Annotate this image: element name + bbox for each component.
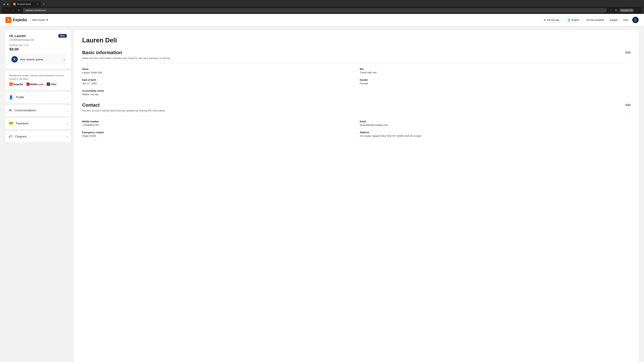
support-link[interactable]: Support (608, 17, 619, 23)
field-dob-value: Jan 17, 1992 (82, 82, 353, 85)
payments-nav-icon: 💳 (9, 121, 13, 126)
field-address: Address 20 Cooper Square New York NY 100… (360, 131, 630, 137)
trips-link[interactable]: Trips (622, 17, 630, 23)
coupons-nav-icon: 🏷 (9, 134, 12, 139)
hotels-text: Hotels.com (30, 83, 44, 86)
sidebar: Hi, Lauren Blue 24ee050e@moodjoy.com One… (5, 30, 71, 362)
reload-button[interactable]: ↻ (17, 8, 21, 12)
field-bio-value: Travel with me! (360, 71, 630, 74)
rewards-icon: K (12, 56, 18, 62)
tier-badge: Blue (58, 34, 67, 38)
brand-vrbo: V Vrbo (47, 82, 56, 86)
payments-nav-label: Payments (16, 122, 29, 125)
tab-favicon: E (13, 3, 16, 5)
communications-nav-left: ✉ Communications (9, 108, 36, 113)
field-name-label: Name (82, 68, 353, 70)
forward-button[interactable]: → (10, 8, 15, 12)
list-property-link[interactable]: List your property (585, 17, 606, 23)
download-icon: ⬇ (544, 18, 546, 21)
field-address-value: 20 Cooper Square New York NY 10003 USA 2… (360, 134, 630, 137)
incognito-badge[interactable]: Incognito (2) (619, 9, 634, 12)
contact-title: Contact (82, 102, 100, 108)
more-travel-label: More travel (32, 18, 45, 21)
field-emergency: Emergency contact Roger Smith (82, 131, 353, 137)
profile-name-heading: Lauren Deli (82, 37, 630, 44)
globe-icon: 🌐 (568, 18, 570, 21)
field-name-value: Lauren Smith Deli (82, 71, 353, 74)
field-email-value: 24ee050e@moodjoy.com (360, 123, 630, 126)
cash-amount: $0.00 (10, 47, 67, 51)
coupons-nav-left: 🏷 Coupons (9, 134, 26, 139)
contact-edit-link[interactable]: Edit (626, 104, 630, 107)
onekey-info-icon[interactable]: i (26, 44, 28, 46)
field-emergency-label: Emergency contact (82, 131, 353, 134)
logo[interactable]: E Expedia (5, 17, 27, 23)
tab-nav-arrows: ◀ ▶ (2, 2, 10, 6)
user-icon: 👤 (634, 18, 637, 22)
profile-nav-item[interactable]: 👤 Profile › (5, 92, 71, 103)
header-right: ⬇ Get the app 🌐 English List your proper… (541, 17, 639, 23)
user-avatar[interactable]: 👤 (632, 17, 639, 23)
field-email-label: Email (360, 120, 630, 123)
communications-chevron-icon: › (66, 109, 68, 112)
menu-button[interactable]: ⋮ (635, 8, 640, 12)
coupons-chevron-icon: › (66, 135, 68, 138)
main-content: Lauren Deli Basic information Edit Make … (74, 30, 639, 362)
onekey-label: OneKeyCash TM i (10, 44, 67, 46)
language-label: English (572, 18, 579, 21)
user-card: Hi, Lauren Blue 24ee050e@moodjoy.com One… (5, 30, 71, 68)
field-mobile-label: Mobile number (82, 120, 353, 123)
basic-info-edit-link[interactable]: Edit (626, 51, 630, 54)
communications-nav-label: Communications (14, 109, 36, 112)
manage-description: Manage your profile, rewards, and prefer… (10, 73, 67, 81)
basic-info-divider (82, 63, 630, 64)
basic-info-header: Basic information Edit (82, 50, 630, 55)
profile-nav-label: Profile (16, 96, 24, 99)
contact-section: Contact Edit Receive account activity al… (82, 102, 630, 137)
basic-info-grid: Name Lauren Smith Deli Bio Travel with m… (82, 68, 630, 96)
main-layout: Hi, Lauren Blue 24ee050e@moodjoy.com One… (0, 26, 644, 362)
contact-info-grid: Mobile number +18588991782 Email 24ee050… (82, 120, 630, 137)
language-button[interactable]: 🌐 English (565, 17, 582, 23)
profile-nav-left: 👤 Profile (9, 95, 24, 99)
tab-next-arrow[interactable]: ▶ (6, 2, 10, 6)
field-gender: Gender Female (360, 79, 630, 85)
rewards-left: K View rewards activity (12, 56, 43, 62)
tab-title: Account home (17, 3, 31, 5)
basic-info-desc: Make sure this information matches your … (82, 57, 630, 59)
contact-divider (82, 116, 630, 116)
tab-bar: ◀ ▶ E Account home ✕ + (2, 1, 642, 7)
tab-close-button[interactable]: ✕ (36, 3, 38, 5)
field-mobile-value: +18588991782 (82, 123, 353, 126)
brand-hotels: H Hotels.com (26, 83, 44, 86)
page: E Expedia More travel ▼ ⬇ Get the app 🌐 … (0, 14, 644, 362)
rewards-activity-row[interactable]: K View rewards activity › (10, 54, 67, 64)
field-email: Email 24ee050e@moodjoy.com (360, 120, 630, 126)
brand-logos: E Expedia H Hotels.com V Vrbo (10, 81, 67, 87)
field-mobile: Mobile number +18588991782 (82, 120, 353, 126)
back-button[interactable]: ← (4, 8, 9, 12)
profile-chevron-icon: › (66, 96, 68, 99)
tab-prev-arrow[interactable]: ◀ (2, 2, 6, 6)
coupons-nav-item[interactable]: 🏷 Coupons › (5, 131, 71, 142)
new-tab-button[interactable]: + (42, 2, 46, 6)
payments-chevron-icon: › (66, 122, 68, 125)
rewards-chevron-icon: › (64, 58, 65, 61)
active-tab[interactable]: E Account home ✕ (11, 1, 41, 7)
communications-nav-item[interactable]: ✉ Communications › (5, 105, 71, 116)
chevron-down-icon: ▼ (46, 18, 48, 21)
profile-nav-icon: 👤 (9, 95, 13, 99)
logo-icon: E (5, 17, 12, 23)
more-travel-nav[interactable]: More travel ▼ (30, 17, 50, 23)
coupons-nav-label: Coupons (15, 135, 26, 138)
browser-action-buttons: ☆ ⧉ Incognito (2) ⋮ (608, 8, 640, 12)
bookmark-button[interactable]: ☆ (608, 8, 613, 12)
payments-nav-item[interactable]: 💳 Payments › (5, 118, 71, 129)
url-input[interactable] (23, 8, 607, 12)
vrbo-brand-icon: V (47, 82, 50, 86)
user-greeting-text: Hi, Lauren (10, 34, 26, 38)
field-gender-label: Gender (360, 79, 630, 81)
get-app-button[interactable]: ⬇ Get the app (541, 17, 562, 23)
basic-info-title: Basic information (82, 50, 122, 55)
split-view-button[interactable]: ⧉ (614, 8, 618, 12)
